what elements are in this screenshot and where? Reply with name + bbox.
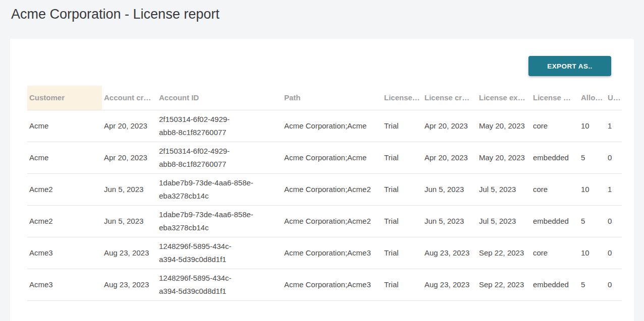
- cell-customer: Acme2: [27, 173, 102, 205]
- table-row: Acme3 Aug 23, 2023 1248296f-5895-434c- a…: [27, 269, 622, 300]
- cell-account-id: 2f150314-6f02-4929- abb8-8c1f82760077: [157, 142, 282, 173]
- cell-license-type: Trial: [382, 237, 422, 269]
- cell-allowed: 10: [579, 173, 606, 205]
- cell-used: 1: [606, 173, 622, 205]
- column-header-used[interactable]: U…: [606, 86, 622, 110]
- cell-account-created: Jun 5, 2023: [102, 205, 157, 237]
- cell-customer: Acme: [27, 142, 102, 173]
- cell-account-created: Aug 23, 2023: [102, 269, 157, 300]
- cell-account-id: 2f150314-6f02-4929- abb8-8c1f82760077: [157, 110, 282, 142]
- column-header-license-type[interactable]: License…: [382, 86, 422, 110]
- cell-license-model: core: [531, 173, 579, 205]
- cell-path: Acme Corporation;Acme2: [282, 205, 382, 237]
- cell-path: Acme Corporation;Acme3: [282, 269, 382, 300]
- cell-license-model: embedded: [531, 142, 579, 173]
- table-row: Acme Apr 20, 2023 2f150314-6f02-4929- ab…: [27, 110, 622, 142]
- cell-used: 0: [606, 142, 622, 173]
- cell-license-model: embedded: [531, 205, 579, 237]
- cell-license-created: Aug 23, 2023: [422, 237, 477, 269]
- cell-used: 0: [606, 205, 622, 237]
- cell-license-created: Jun 5, 2023: [422, 205, 477, 237]
- column-header-allowed[interactable]: Allo…: [579, 86, 606, 110]
- cell-license-expiry: Jul 5, 2023: [477, 173, 531, 205]
- table-body: Acme Apr 20, 2023 2f150314-6f02-4929- ab…: [27, 110, 622, 300]
- table-row: Acme2 Jun 5, 2023 1dabe7b9-73de-4aa6-858…: [27, 173, 622, 205]
- column-header-customer[interactable]: Customer: [27, 86, 102, 110]
- cell-used: 0: [606, 269, 622, 300]
- cell-license-expiry: May 20, 2023: [477, 110, 531, 142]
- cell-account-created: Jun 5, 2023: [102, 173, 157, 205]
- column-header-license-model[interactable]: License …: [531, 86, 579, 110]
- table-header: Customer Account cr… Account ID Path Lic…: [27, 86, 622, 110]
- cell-license-created: Apr 20, 2023: [422, 110, 477, 142]
- cell-customer: Acme3: [27, 237, 102, 269]
- cell-license-expiry: Sep 22, 2023: [477, 237, 531, 269]
- page-title: Acme Corporation - License report: [0, 0, 644, 23]
- cell-allowed: 10: [579, 237, 606, 269]
- cell-account-id: 1248296f-5895-434c- a394-5d39c0d8d1f1: [157, 269, 282, 300]
- cell-license-type: Trial: [382, 173, 422, 205]
- cell-allowed: 5: [579, 142, 606, 173]
- table-row: Acme Apr 20, 2023 2f150314-6f02-4929- ab…: [27, 142, 622, 173]
- cell-license-expiry: Sep 22, 2023: [477, 269, 531, 300]
- cell-customer: Acme: [27, 110, 102, 142]
- cell-license-model: embedded: [531, 269, 579, 300]
- cell-account-id: 1dabe7b9-73de-4aa6-858e- eba3278cb14c: [157, 173, 282, 205]
- table-row: Acme2 Jun 5, 2023 1dabe7b9-73de-4aa6-858…: [27, 205, 622, 237]
- cell-account-created: Apr 20, 2023: [102, 142, 157, 173]
- cell-license-model: core: [531, 110, 579, 142]
- cell-account-created: Aug 23, 2023: [102, 237, 157, 269]
- cell-customer: Acme3: [27, 269, 102, 300]
- cell-license-type: Trial: [382, 142, 422, 173]
- column-header-account-id[interactable]: Account ID: [157, 86, 282, 110]
- column-header-account-created[interactable]: Account cr…: [102, 86, 157, 110]
- column-header-license-created[interactable]: License cr…: [422, 86, 477, 110]
- export-as-button[interactable]: EXPORT AS..: [528, 56, 611, 76]
- cell-path: Acme Corporation;Acme2: [282, 173, 382, 205]
- column-header-path[interactable]: Path: [282, 86, 382, 110]
- cell-license-type: Trial: [382, 110, 422, 142]
- cell-license-type: Trial: [382, 269, 422, 300]
- license-table: Customer Account cr… Account ID Path Lic…: [27, 86, 622, 301]
- cell-used: 1: [606, 110, 622, 142]
- cell-license-created: Apr 20, 2023: [422, 142, 477, 173]
- cell-allowed: 10: [579, 110, 606, 142]
- cell-license-expiry: May 20, 2023: [477, 142, 531, 173]
- cell-account-created: Apr 20, 2023: [102, 110, 157, 142]
- toolbar: EXPORT AS..: [10, 39, 634, 76]
- header-row: Customer Account cr… Account ID Path Lic…: [27, 86, 622, 110]
- cell-customer: Acme2: [27, 205, 102, 237]
- cell-license-expiry: Jul 5, 2023: [477, 205, 531, 237]
- table-row: Acme3 Aug 23, 2023 1248296f-5895-434c- a…: [27, 237, 622, 269]
- report-card: EXPORT AS.. Customer Account cr… Account…: [10, 39, 634, 321]
- cell-account-id: 1dabe7b9-73de-4aa6-858e- eba3278cb14c: [157, 205, 282, 237]
- cell-path: Acme Corporation;Acme: [282, 142, 382, 173]
- cell-used: 0: [606, 237, 622, 269]
- cell-allowed: 5: [579, 205, 606, 237]
- cell-license-type: Trial: [382, 205, 422, 237]
- cell-license-model: core: [531, 237, 579, 269]
- cell-license-created: Jun 5, 2023: [422, 173, 477, 205]
- column-header-license-expiry[interactable]: License ex…: [477, 86, 531, 110]
- cell-path: Acme Corporation;Acme: [282, 110, 382, 142]
- cell-allowed: 5: [579, 269, 606, 300]
- cell-path: Acme Corporation;Acme3: [282, 237, 382, 269]
- cell-license-created: Aug 23, 2023: [422, 269, 477, 300]
- cell-account-id: 1248296f-5895-434c- a394-5d39c0d8d1f1: [157, 237, 282, 269]
